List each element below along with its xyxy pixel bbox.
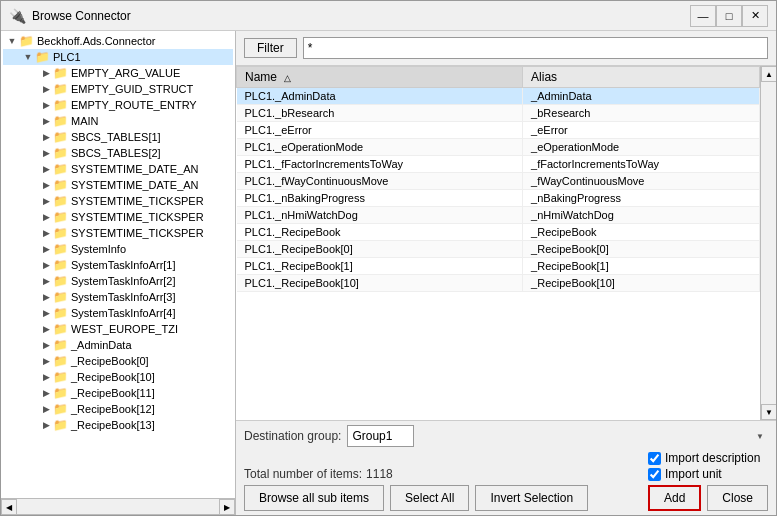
table-container[interactable]: Name △ Alias PLC1._AdminData_AdminDataPL… (236, 66, 760, 420)
import-description-checkbox-row: Import description (648, 451, 760, 465)
destination-select[interactable]: Group1 Group2 (347, 425, 414, 447)
item3-folder-icon: 📁 (53, 114, 68, 128)
tree-item-19[interactable]: ▶ 📁 _RecipeBook[10] (3, 369, 233, 385)
title-bar-controls: — □ ✕ (690, 5, 768, 27)
table-row[interactable]: PLC1._RecipeBook[1]_RecipeBook[1] (237, 258, 760, 275)
item9-folder-icon: 📁 (53, 210, 68, 224)
table-row[interactable]: PLC1._bResearch_bResearch (237, 105, 760, 122)
tree-item-13[interactable]: ▶ 📁 SystemTaskInfoArr[2] (3, 273, 233, 289)
tree-item-21[interactable]: ▶ 📁 _RecipeBook[12] (3, 401, 233, 417)
tree-item-20[interactable]: ▶ 📁 _RecipeBook[11] (3, 385, 233, 401)
item18-expand-icon: ▶ (39, 354, 53, 368)
tree-hscroll-left-btn[interactable]: ◀ (1, 499, 17, 515)
browse-all-button[interactable]: Browse all sub items (244, 485, 384, 511)
item16-folder-icon: 📁 (53, 322, 68, 336)
col-header-name[interactable]: Name △ (237, 67, 523, 88)
tree-item-3[interactable]: ▶ 📁 MAIN (3, 113, 233, 129)
tree-item-16[interactable]: ▶ 📁 WEST_EUROPE_TZI (3, 321, 233, 337)
item5-expand-icon: ▶ (39, 146, 53, 160)
maximize-button[interactable]: □ (716, 5, 742, 27)
item1-folder-icon: 📁 (53, 82, 68, 96)
filter-input[interactable] (303, 37, 768, 59)
table-row[interactable]: PLC1._RecipeBook_RecipeBook (237, 224, 760, 241)
table-row[interactable]: PLC1._RecipeBook[0]_RecipeBook[0] (237, 241, 760, 258)
item20-expand-icon: ▶ (39, 386, 53, 400)
plc1-expand-icon: ▼ (21, 50, 35, 64)
name-sort-arrow: △ (284, 73, 291, 83)
table-vscroll-down-btn[interactable]: ▼ (761, 404, 776, 420)
tree-item-2[interactable]: ▶ 📁 EMPTY_ROUTE_ENTRY (3, 97, 233, 113)
item21-expand-icon: ▶ (39, 402, 53, 416)
item9-expand-icon: ▶ (39, 210, 53, 224)
title-bar-left: 🔌 Browse Connector (9, 8, 131, 24)
tree-item-14[interactable]: ▶ 📁 SystemTaskInfoArr[3] (3, 289, 233, 305)
tree-item-1[interactable]: ▶ 📁 EMPTY_GUID_STRUCT (3, 81, 233, 97)
tree-item-label-20: _RecipeBook[11] (71, 387, 155, 399)
item14-expand-icon: ▶ (39, 290, 53, 304)
tree-item-7[interactable]: ▶ 📁 SYSTEMTIME_DATE_AN (3, 177, 233, 193)
tree-item-plc1[interactable]: ▼ 📁 PLC1 (3, 49, 233, 65)
invert-selection-button[interactable]: Invert Selection (475, 485, 588, 511)
tree-hscroll-right-btn[interactable]: ▶ (219, 499, 235, 515)
tree-item-12[interactable]: ▶ 📁 SystemTaskInfoArr[1] (3, 257, 233, 273)
tree-item-label-9: SYSTEMTIME_TICKSPER (71, 211, 204, 223)
table-vscroll-track[interactable] (761, 82, 776, 404)
tree-container[interactable]: ▼ 📁 Beckhoff.Ads.Connector ▼ 📁 PLC1 ▶ 📁 … (1, 31, 235, 498)
filter-button[interactable]: Filter (244, 38, 297, 58)
tree-item-label-15: SystemTaskInfoArr[4] (71, 307, 176, 319)
tree-hscroll-track[interactable] (17, 499, 219, 514)
table-row[interactable]: PLC1._nBakingProgress_nBakingProgress (237, 190, 760, 207)
tree-root-item[interactable]: ▼ 📁 Beckhoff.Ads.Connector (3, 33, 233, 49)
item14-folder-icon: 📁 (53, 290, 68, 304)
tree-item-9[interactable]: ▶ 📁 SYSTEMTIME_TICKSPER (3, 209, 233, 225)
item13-folder-icon: 📁 (53, 274, 68, 288)
tree-item-4[interactable]: ▶ 📁 SBCS_TABLES[1] (3, 129, 233, 145)
tree-item-17[interactable]: ▶ 📁 _AdminData (3, 337, 233, 353)
tree-item-6[interactable]: ▶ 📁 SYSTEMTIME_DATE_AN (3, 161, 233, 177)
tree-item-10[interactable]: ▶ 📁 SYSTEMTIME_TICKSPER (3, 225, 233, 241)
tree-item-5[interactable]: ▶ 📁 SBCS_TABLES[2] (3, 145, 233, 161)
tree-item-0[interactable]: ▶ 📁 EMPTY_ARG_VALUE (3, 65, 233, 81)
table-row[interactable]: PLC1._eOperationMode_eOperationMode (237, 139, 760, 156)
item1-expand-icon: ▶ (39, 82, 53, 96)
table-row[interactable]: PLC1._RecipeBook[10]_RecipeBook[10] (237, 275, 760, 292)
table-cell-name: PLC1._nBakingProgress (237, 190, 523, 207)
item12-folder-icon: 📁 (53, 258, 68, 272)
item16-expand-icon: ▶ (39, 322, 53, 336)
table-row[interactable]: PLC1._AdminData_AdminData (237, 88, 760, 105)
item21-folder-icon: 📁 (53, 402, 68, 416)
table-vscrollbar[interactable]: ▲ ▼ (760, 66, 776, 420)
table-cell-alias: _fWayContinuousMove (523, 173, 760, 190)
tree-item-8[interactable]: ▶ 📁 SYSTEMTIME_TICKSPER (3, 193, 233, 209)
tree-item-label-13: SystemTaskInfoArr[2] (71, 275, 176, 287)
table-wrapper: Name △ Alias PLC1._AdminData_AdminDataPL… (236, 66, 776, 420)
right-table-section: Name △ Alias PLC1._AdminData_AdminDataPL… (236, 66, 776, 420)
import-description-checkbox[interactable] (648, 452, 661, 465)
table-cell-alias: _nHmiWatchDog (523, 207, 760, 224)
import-unit-checkbox[interactable] (648, 468, 661, 481)
table-cell-name: PLC1._bResearch (237, 105, 523, 122)
table-row[interactable]: PLC1._eError_eError (237, 122, 760, 139)
close-window-button[interactable]: ✕ (742, 5, 768, 27)
table-row[interactable]: PLC1._nHmiWatchDog_nHmiWatchDog (237, 207, 760, 224)
col-header-alias[interactable]: Alias (523, 67, 760, 88)
item17-folder-icon: 📁 (53, 338, 68, 352)
close-button[interactable]: Close (707, 485, 768, 511)
add-button[interactable]: Add (648, 485, 701, 511)
item7-folder-icon: 📁 (53, 178, 68, 192)
table-row[interactable]: PLC1._fFactorIncrementsToWay_fFactorIncr… (237, 156, 760, 173)
plc1-folder-icon: 📁 (35, 50, 50, 64)
item15-expand-icon: ▶ (39, 306, 53, 320)
table-cell-alias: _bResearch (523, 105, 760, 122)
table-cell-name: PLC1._eOperationMode (237, 139, 523, 156)
tree-item-15[interactable]: ▶ 📁 SystemTaskInfoArr[4] (3, 305, 233, 321)
tree-hscrollbar[interactable]: ◀ ▶ (1, 498, 235, 514)
tree-item-11[interactable]: ▶ 📁 SystemInfo (3, 241, 233, 257)
select-all-button[interactable]: Select All (390, 485, 469, 511)
table-row[interactable]: PLC1._fWayContinuousMove_fWayContinuousM… (237, 173, 760, 190)
table-vscroll-up-btn[interactable]: ▲ (761, 66, 776, 82)
item10-folder-icon: 📁 (53, 226, 68, 240)
tree-item-18[interactable]: ▶ 📁 _RecipeBook[0] (3, 353, 233, 369)
minimize-button[interactable]: — (690, 5, 716, 27)
tree-item-22[interactable]: ▶ 📁 _RecipeBook[13] (3, 417, 233, 433)
